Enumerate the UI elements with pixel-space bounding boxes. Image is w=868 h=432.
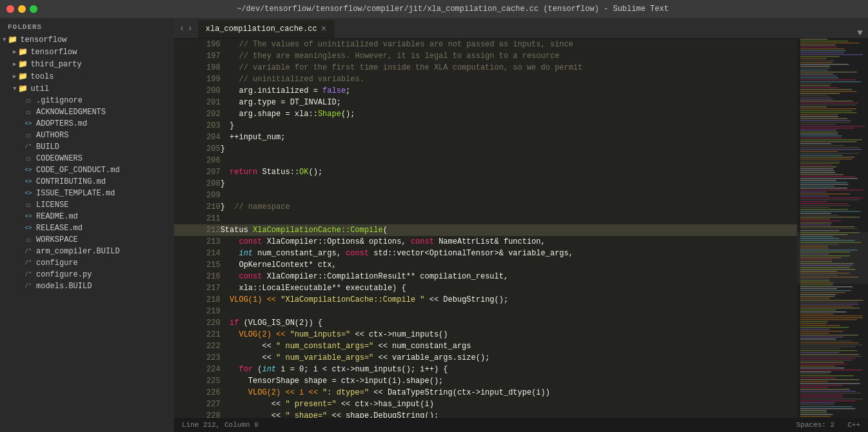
code-token: i = 0; i < ctx->num_inputs(); i++) {	[276, 365, 448, 374]
svg-rect-175	[800, 377, 836, 378]
sidebar-item-codeowners[interactable]: ☐CODEOWNERS	[0, 153, 174, 164]
line-content	[221, 190, 797, 201]
svg-rect-40	[800, 116, 838, 117]
sidebar-item-label: README.md	[36, 212, 78, 221]
code-line-221: 221 VLOG(2) << "num_inputs=" << ctx->num…	[174, 329, 797, 340]
arrow-icon: ▼	[3, 37, 6, 43]
code-line-205: 205}	[174, 143, 797, 155]
sidebar-content[interactable]: ▼📁tensorflow▶📁tensorflow▶📁third_party▶📁t…	[0, 34, 174, 432]
sidebar-item-gitignore[interactable]: ☐.gitignore	[0, 95, 174, 106]
dropdown-icon[interactable]: ▼	[858, 28, 863, 38]
language-indicator[interactable]: C++	[847, 421, 860, 429]
svg-rect-47	[800, 130, 836, 131]
sidebar-item-readme[interactable]: <>README.md	[0, 211, 174, 222]
code-line-209: 209	[174, 190, 797, 201]
sidebar-item-configure[interactable]: /*configure	[0, 257, 174, 269]
sidebar-item-acknowledgments[interactable]: ☐ACKNOWLEDGMENTS	[0, 106, 174, 118]
minimap[interactable]	[797, 39, 868, 418]
folder-icon: 📁	[8, 35, 17, 44]
sidebar-item-label: ADOPTERS.md	[36, 119, 87, 128]
sidebar-item-tensorflow-sub[interactable]: ▶📁tensorflow	[0, 46, 174, 58]
tab-xla-tab[interactable]: xla_compilation_cache.cc×	[198, 20, 335, 38]
code-token: Status::	[257, 168, 299, 177]
sidebar-item-code-of-conduct[interactable]: <>CODE_OF_CONDUCT.md	[0, 164, 174, 176]
code-token: // they are meaningless. However, it is …	[221, 52, 560, 61]
sidebar-item-label: ACKNOWLEDGMENTS	[36, 108, 106, 117]
sidebar-item-workspace[interactable]: ☐WORKSPACE	[0, 234, 174, 246]
spaces-indicator[interactable]: Spaces: 2	[796, 421, 834, 429]
code-line-199: 199 // uninitialized variables.	[174, 74, 797, 85]
svg-rect-70	[800, 174, 843, 175]
tab-close-icon[interactable]: ×	[321, 24, 326, 34]
code-token: }	[221, 202, 235, 211]
code-token: <<	[221, 342, 276, 351]
svg-rect-188	[800, 402, 834, 404]
minimize-button[interactable]	[18, 5, 26, 13]
svg-rect-32	[800, 101, 853, 102]
sidebar-item-models-build[interactable]: /*models.BUILD	[0, 280, 174, 292]
close-button[interactable]	[6, 5, 14, 13]
svg-rect-186	[800, 398, 863, 400]
nav-back-icon[interactable]: ‹	[178, 23, 186, 34]
code-scroll[interactable]: 196 // The values of uninitialized varia…	[174, 39, 797, 418]
svg-rect-179	[800, 385, 843, 386]
svg-rect-91	[800, 215, 839, 216]
nav-arrows[interactable]: ‹ ›	[174, 18, 198, 38]
sidebar-item-contributing[interactable]: <>CONTRIBUTING.md	[0, 176, 174, 188]
sidebar-item-adopters[interactable]: <>ADOPTERS.md	[0, 118, 174, 130]
svg-rect-71	[800, 176, 855, 177]
code-token: << num_constant_args	[373, 342, 471, 351]
svg-rect-30	[800, 97, 831, 98]
svg-rect-174	[800, 375, 854, 377]
sidebar-item-license[interactable]: ☐LICENSE	[0, 199, 174, 211]
line-number: 211	[174, 213, 221, 224]
sidebar-item-label: AUTHORS	[36, 131, 68, 140]
titlebar: ~/dev/tensorflow/tensorflow/compiler/jit…	[0, 0, 868, 18]
svg-rect-169	[800, 366, 835, 367]
svg-rect-172	[800, 371, 831, 373]
maximize-button[interactable]	[30, 5, 37, 13]
code-line-206: 206	[174, 155, 797, 166]
sidebar-item-tools[interactable]: ▶📁tools	[0, 70, 174, 83]
svg-rect-34	[800, 104, 856, 106]
editor-area: ‹ › xla_compilation_cache.cc× ▼ 196 // T…	[174, 18, 868, 432]
sidebar-item-label: ISSUE_TEMPLATE.md	[36, 189, 115, 198]
svg-rect-136	[800, 302, 857, 303]
line-content: if (VLOG_IS_ON(2)) {	[221, 317, 797, 329]
line-number: 213	[174, 236, 221, 248]
sidebar-item-tensorflow-root[interactable]: ▼📁tensorflow	[0, 34, 174, 46]
sidebar-item-configure-py[interactable]: /*configure.py	[0, 269, 174, 280]
svg-rect-65	[800, 164, 833, 166]
code-token: VLOG(2) <<	[221, 330, 290, 339]
svg-rect-129	[800, 288, 837, 290]
svg-rect-61	[800, 157, 854, 158]
sidebar-item-issue-template[interactable]: <>ISSUE_TEMPLATE.md	[0, 188, 174, 199]
svg-rect-182	[800, 391, 856, 392]
svg-rect-140	[800, 309, 836, 311]
sidebar-item-arm-compiler-build[interactable]: /*arm_compiler.BUILD	[0, 246, 174, 257]
svg-rect-33	[800, 103, 858, 104]
sidebar-item-build[interactable]: /*BUILD	[0, 141, 174, 153]
svg-rect-13	[800, 64, 849, 65]
svg-rect-192	[800, 410, 827, 411]
code-token: <<	[221, 411, 286, 418]
svg-rect-166	[800, 360, 851, 361]
sidebar-item-authors[interactable]: ☐AUTHORS	[0, 130, 174, 141]
sidebar-item-third-party[interactable]: ▶📁third_party	[0, 58, 174, 70]
code-token: (	[383, 226, 388, 235]
code-token: & variable_args,	[499, 249, 573, 258]
nav-forward-icon[interactable]: ›	[186, 23, 193, 34]
line-number: 201	[174, 97, 221, 108]
svg-rect-142	[800, 313, 833, 315]
line-number: 217	[174, 282, 221, 294]
file-icon: ☐	[23, 155, 34, 162]
sidebar-item-release[interactable]: <>RELEASE.md	[0, 222, 174, 234]
svg-rect-80	[800, 193, 850, 195]
code-token: if	[230, 319, 239, 328]
file-star-icon: /*	[23, 260, 34, 266]
sidebar-item-util[interactable]: ▼📁util	[0, 83, 174, 95]
svg-rect-48	[800, 132, 838, 133]
code-line-198: 198 // variable for the first time insid…	[174, 62, 797, 74]
svg-rect-10	[800, 58, 827, 59]
svg-rect-90	[800, 213, 831, 214]
